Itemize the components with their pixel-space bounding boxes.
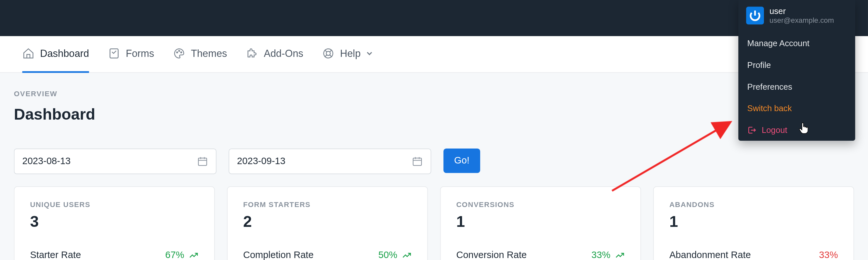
- page-content: OVERVIEW Dashboard New contact form 2023…: [0, 73, 868, 260]
- go-button[interactable]: Go!: [443, 149, 480, 173]
- nav-themes[interactable]: Themes: [173, 36, 227, 72]
- nav-label: Help: [340, 47, 361, 59]
- user-menu-header[interactable]: user user@example.com: [738, 0, 855, 32]
- rate-percent: 67%: [165, 250, 198, 260]
- trend-up-icon: [402, 250, 412, 260]
- form-icon: [108, 47, 120, 60]
- card-label: UNIQUE USERS: [30, 200, 198, 209]
- stat-card-form-starters: FORM STARTERS 2 Completion Rate 50%: [227, 186, 428, 260]
- user-menu: user user@example.com Manage Account Pro…: [738, 0, 855, 141]
- puzzle-icon: [246, 47, 258, 60]
- nav-label: Dashboard: [40, 47, 89, 59]
- date-from-value: 2023-08-13: [22, 156, 70, 167]
- card-label: ABANDONS: [670, 200, 838, 209]
- card-value: 1: [456, 213, 625, 231]
- rate-percent: 33%: [591, 250, 625, 260]
- menu-logout[interactable]: Logout: [738, 119, 855, 141]
- nav-label: Add-Ons: [264, 47, 303, 59]
- svg-point-5: [327, 51, 331, 56]
- rate-label: Abandonment Rate: [670, 250, 751, 260]
- nav-dashboard[interactable]: Dashboard: [22, 36, 89, 72]
- menu-manage-account[interactable]: Manage Account: [738, 32, 855, 54]
- svg-point-2: [179, 51, 180, 51]
- avatar: [746, 7, 764, 25]
- calendar-icon: [197, 156, 208, 167]
- svg-rect-6: [198, 158, 207, 165]
- nav-addons[interactable]: Add-Ons: [246, 36, 303, 72]
- nav-label: Forms: [126, 47, 154, 59]
- user-email: user@example.com: [770, 16, 834, 24]
- card-label: FORM STARTERS: [243, 200, 412, 209]
- date-to-value: 2023-09-13: [237, 156, 285, 167]
- rate-percent: 33%: [819, 250, 838, 260]
- nav-label: Themes: [191, 47, 227, 59]
- topbar: [0, 0, 868, 36]
- palette-icon: [173, 47, 185, 60]
- trend-up-icon: [615, 250, 625, 260]
- rate-label: Starter Rate: [30, 250, 81, 260]
- user-name: user: [770, 7, 834, 16]
- help-icon: [322, 47, 335, 60]
- page-title: Dashboard: [14, 105, 95, 123]
- svg-rect-7: [413, 158, 422, 165]
- rate-label: Conversion Rate: [456, 250, 527, 260]
- hand-cursor-icon: [799, 123, 808, 135]
- stat-card-unique-users: UNIQUE USERS 3 Starter Rate 67%: [14, 186, 215, 260]
- rate-percent: 50%: [378, 250, 412, 260]
- main-nav: Dashboard Forms Themes Add-Ons Help: [0, 36, 868, 73]
- chevron-down-icon: [366, 50, 373, 57]
- logout-icon: [747, 125, 756, 134]
- menu-preferences[interactable]: Preferences: [738, 76, 855, 98]
- card-value: 3: [30, 213, 198, 231]
- overview-label: OVERVIEW: [14, 90, 854, 98]
- svg-point-3: [181, 52, 182, 53]
- menu-profile[interactable]: Profile: [738, 54, 855, 76]
- calendar-icon: [412, 156, 423, 167]
- rate-label: Completion Rate: [243, 250, 314, 260]
- power-icon: [748, 9, 762, 22]
- date-from-input[interactable]: 2023-08-13: [14, 149, 217, 174]
- nav-forms[interactable]: Forms: [108, 36, 154, 72]
- nav-help[interactable]: Help: [322, 36, 373, 72]
- card-value: 1: [670, 213, 838, 231]
- stat-card-conversions: CONVERSIONS 1 Conversion Rate 33%: [440, 186, 641, 260]
- menu-switch-back[interactable]: Switch back: [738, 98, 855, 119]
- card-value: 2: [243, 213, 412, 231]
- svg-point-1: [177, 52, 178, 53]
- card-label: CONVERSIONS: [456, 200, 625, 209]
- home-icon: [22, 47, 34, 60]
- stat-cards: UNIQUE USERS 3 Starter Rate 67% FORM STA…: [14, 186, 854, 260]
- stat-card-abandons: ABANDONS 1 Abandonment Rate 33%: [653, 186, 854, 260]
- date-to-input[interactable]: 2023-09-13: [228, 149, 431, 174]
- trend-up-icon: [189, 250, 198, 260]
